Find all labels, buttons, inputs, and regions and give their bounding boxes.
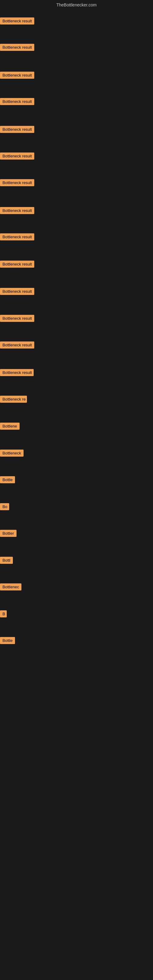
bottleneck-badge-1[interactable]: Bottleneck result <box>0 18 34 26</box>
bottleneck-badge-label-12: Bottleneck result <box>0 315 34 322</box>
bottleneck-badge-label-11: Bottleneck result <box>0 288 34 295</box>
bottleneck-badge-label-9: Bottleneck result <box>0 233 34 240</box>
bottleneck-badge-6[interactable]: Bottleneck result <box>0 153 34 161</box>
bottleneck-badge-label-7: Bottleneck result <box>0 179 34 186</box>
bottleneck-badge-21[interactable]: Bottl <box>0 557 13 565</box>
bottleneck-badge-8[interactable]: Bottleneck result <box>0 207 34 215</box>
bottleneck-badge-label-20: Bottler <box>0 530 16 537</box>
bottleneck-badge-16[interactable]: Bottlene <box>0 423 19 431</box>
bottleneck-badge-9[interactable]: Bottleneck result <box>0 233 34 242</box>
bottleneck-badge-label-19: Bo <box>0 503 9 510</box>
bottleneck-badge-label-13: Bottleneck result <box>0 342 34 348</box>
bottleneck-badge-label-6: Bottleneck result <box>0 153 34 159</box>
bottleneck-badge-12[interactable]: Bottleneck result <box>0 315 34 323</box>
bottleneck-badge-label-16: Bottlene <box>0 423 19 430</box>
bottleneck-badge-label-24: Bottle <box>0 637 15 644</box>
bottleneck-badge-label-5: Bottleneck result <box>0 126 34 133</box>
bottleneck-badge-24[interactable]: Bottle <box>0 637 15 645</box>
bottleneck-badge-18[interactable]: Bottle <box>0 476 15 485</box>
bottleneck-badge-label-3: Bottleneck result <box>0 72 34 79</box>
bottleneck-badge-label-4: Bottleneck result <box>0 98 34 105</box>
bottleneck-badge-13[interactable]: Bottleneck result <box>0 342 34 350</box>
bottleneck-badge-2[interactable]: Bottleneck result <box>0 44 34 52</box>
bottleneck-badge-17[interactable]: Bottleneck <box>0 450 24 458</box>
bottleneck-badge-5[interactable]: Bottleneck result <box>0 126 34 134</box>
bottleneck-badge-label-22: Bottlenec <box>0 584 21 590</box>
bottleneck-badge-19[interactable]: Bo <box>0 503 9 511</box>
bottleneck-badge-11[interactable]: Bottleneck result <box>0 288 34 296</box>
bottleneck-badge-label-10: Bottleneck result <box>0 261 34 268</box>
site-title: TheBottlenecker.com <box>0 0 153 10</box>
bottleneck-badge-label-18: Bottle <box>0 476 15 483</box>
bottleneck-badge-7[interactable]: Bottleneck result <box>0 179 34 188</box>
bottleneck-badge-10[interactable]: Bottleneck result <box>0 261 34 269</box>
bottleneck-badge-label-21: Bottl <box>0 557 13 564</box>
bottleneck-badge-label-23: B <box>0 610 7 617</box>
bottleneck-badge-23[interactable]: B <box>0 610 7 619</box>
bottleneck-badge-label-17: Bottleneck <box>0 450 24 457</box>
bottleneck-badge-label-15: Bottleneck re <box>0 396 27 403</box>
bottleneck-badge-label-2: Bottleneck result <box>0 44 34 51</box>
bottleneck-badge-label-8: Bottleneck result <box>0 207 34 214</box>
bottleneck-badge-label-1: Bottleneck result <box>0 18 34 24</box>
bottleneck-badge-3[interactable]: Bottleneck result <box>0 72 34 80</box>
bottleneck-badge-20[interactable]: Bottler <box>0 530 16 538</box>
bottleneck-badge-label-14: Bottleneck result <box>0 369 33 376</box>
bottleneck-badge-4[interactable]: Bottleneck result <box>0 98 34 106</box>
bottleneck-badge-22[interactable]: Bottlenec <box>0 584 21 592</box>
bottleneck-badge-15[interactable]: Bottleneck re <box>0 396 27 404</box>
bottleneck-badge-14[interactable]: Bottleneck result <box>0 369 33 377</box>
